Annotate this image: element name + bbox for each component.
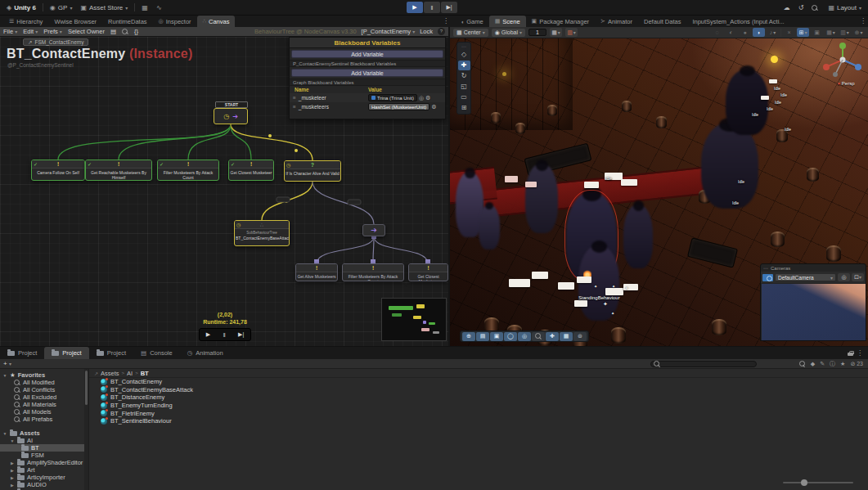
favorite-item[interactable]: All Materials — [0, 401, 84, 408]
tab-game[interactable]: ◖Game — [455, 16, 489, 27]
character-silhouette[interactable] — [525, 164, 558, 233]
effects-toggle-icon[interactable]: × — [783, 28, 795, 37]
variable-value-field[interactable]: Trina (Trina Unit) — [368, 94, 417, 101]
tools-overlay-button[interactable]: ◯ — [504, 332, 517, 341]
favorite-icon[interactable]: ★ — [840, 361, 845, 367]
skybox-toggle-icon[interactable]: ◗ — [753, 28, 765, 37]
tools-overlay-button[interactable]: ⊕ — [462, 332, 475, 341]
grid-overlay-icon[interactable]: ▦▾ — [825, 28, 837, 37]
menu-prefs[interactable]: Prefs ▾ — [43, 28, 62, 35]
asset-store-dropdown[interactable]: ▣ Asset Store ▾ — [79, 4, 129, 11]
crumb-assets[interactable]: Assets — [101, 370, 119, 377]
add-variable-button[interactable]: Add Variable — [291, 50, 443, 58]
camera-expand-button[interactable]: ⊡▾ — [852, 273, 864, 281]
save-icon[interactable]: ▤ — [110, 28, 116, 35]
project-menu-icon[interactable]: ⋮ — [857, 349, 863, 357]
step-button[interactable]: ▶| — [441, 2, 457, 13]
folder-item[interactable]: ▶AUDIO — [0, 481, 84, 488]
gear-icon[interactable]: ⚙ — [425, 95, 430, 101]
tab-console[interactable]: ▤Console — [133, 347, 180, 359]
graph-select-dropdown[interactable]: [P_ContactEnemy ▾ — [362, 28, 416, 35]
node-filter-musketeers-2[interactable]: ! Filter Musketeers By Attack Count — [342, 263, 404, 281]
right-pane-menu-icon[interactable]: ⋮ — [860, 17, 866, 25]
tab-animator[interactable]: ≻Animator — [595, 16, 638, 27]
tab-project-2[interactable]: Project — [44, 347, 88, 359]
asset-item[interactable]: BT_EnemyTurnEnding — [89, 402, 868, 410]
help-icon[interactable]: ? — [438, 28, 445, 35]
favorite-item[interactable]: All Models — [0, 408, 84, 416]
add-variable-button[interactable]: Add Variable — [291, 69, 443, 77]
project-search-input[interactable] — [650, 361, 757, 367]
cameras-overlay-title[interactable]: ⋯ Cameras — [761, 264, 866, 272]
graph-canvas[interactable]: ↗ FSM_ContactEnemy BT_ContactEnemy (Inst… — [0, 37, 448, 346]
camera-select-dropdown[interactable]: DefaultCamera▾ — [775, 273, 836, 281]
create-button[interactable]: + ▾ — [3, 360, 11, 367]
tab-project-3[interactable]: Project — [89, 347, 133, 359]
info-icon[interactable]: ⓘ — [830, 360, 835, 368]
services-button[interactable]: ∿ — [155, 4, 164, 11]
light-gizmo-icon[interactable] — [502, 72, 506, 76]
tab-runtimedatas[interactable]: RuntimeDatas — [102, 16, 153, 27]
tab-inputsystem-actions[interactable]: InputSystem_Actions (Input Acti... — [686, 16, 789, 27]
pause-button[interactable]: ‖ — [424, 2, 440, 13]
node-camera-follow[interactable]: ✓! Camera Follow On Self — [31, 160, 85, 181]
light-gizmo-icon[interactable] — [771, 56, 778, 63]
tab-default-datas[interactable]: Default Datas — [638, 16, 686, 27]
tab-scene[interactable]: ▦Scene — [489, 16, 526, 27]
variable-value-field[interactable]: HashSet (MusketeerUnit) — [368, 103, 430, 110]
folder-ai[interactable]: ▼AI — [0, 437, 84, 444]
unity-menu[interactable]: ◈ Unity 6 — [5, 4, 38, 11]
tools-overlay-button[interactable]: ✚ — [546, 332, 559, 341]
hidden-count-badge[interactable]: ⊘ 23 — [850, 361, 863, 367]
cloud-icon[interactable]: ☁ — [784, 4, 790, 11]
scene-viewport[interactable]: Idle Idle Idle Idle Idle Idle Idle Idle … — [450, 38, 868, 346]
layout-dropdown[interactable]: ▦ Layout ▾ — [826, 4, 863, 11]
character-silhouette[interactable] — [701, 123, 758, 209]
overlay-handle-icon[interactable]: ⋯ — [458, 44, 470, 49]
braces-icon[interactable]: {} — [134, 28, 138, 35]
snap-settings-button[interactable]: ▦▾ — [550, 28, 562, 37]
collapse-icon[interactable]: ↗ — [94, 371, 98, 376]
character-silhouette[interactable] — [623, 205, 653, 268]
asset-item[interactable]: BT_DistanceEnemy — [89, 393, 868, 402]
camera-overlay-icon[interactable]: ▣ — [811, 28, 823, 37]
history-icon[interactable]: ↺ — [798, 4, 804, 11]
folder-fsm[interactable]: FSM — [0, 452, 84, 459]
thumbnail-zoom-slider[interactable] — [783, 479, 853, 486]
asset-item[interactable]: BT_FletriEnemy — [89, 409, 868, 417]
menu-edit[interactable]: Edit ▾ — [23, 28, 38, 35]
favorite-item[interactable]: All Excluded — [0, 393, 84, 401]
tab-animation[interactable]: ◷Animation — [180, 347, 231, 359]
gear-icon[interactable]: ⚙ — [431, 104, 436, 110]
node-condition-alive[interactable]: ◷? If Is Character Alive And Valid — [284, 160, 341, 182]
tab-hierarchy[interactable]: ☰Hierarchy — [3, 16, 48, 27]
variable-row[interactable]: ≡_musketeer Trina (Trina Unit) ◎ ⚙ — [290, 93, 445, 102]
label-filter-icon[interactable]: ✎ — [820, 361, 825, 367]
orientation-gizmo[interactable] — [820, 42, 866, 83]
tab-project-1[interactable]: Project — [0, 347, 44, 359]
tools-overlay-button[interactable] — [532, 332, 545, 341]
pivot-dropdown[interactable]: ▦Center▾ — [453, 29, 488, 37]
node-sequencer[interactable]: ➔ — [362, 224, 385, 236]
node-get-closest-2[interactable]: ! Get Closest Musketeer — [408, 263, 448, 281]
lock-icon[interactable] — [848, 351, 853, 356]
search-by-type-icon[interactable] — [799, 361, 806, 367]
asset-item[interactable]: BT_SentinelBehaviour — [89, 417, 868, 425]
variable-row[interactable]: ≡_musketeers HashSet (MusketeerUnit) ⚙ — [290, 102, 445, 111]
tools-overlay-button[interactable]: ▤ — [476, 332, 489, 341]
search-icon[interactable] — [812, 5, 818, 11]
play-button[interactable]: ▶ — [407, 2, 423, 13]
view-options-icon[interactable]: ▥▾ — [839, 28, 851, 37]
menu-file[interactable]: File ▾ — [3, 28, 17, 35]
folder-bt[interactable]: BT — [0, 444, 84, 452]
lock-toggle[interactable]: Lock — [420, 28, 433, 35]
grid-visibility-button[interactable]: ▥▾ — [565, 28, 578, 37]
target-icon[interactable]: ◎ — [419, 95, 424, 101]
favorite-item[interactable]: All Modified — [0, 379, 84, 386]
view-tool-button[interactable]: ◇ — [458, 50, 470, 60]
asset-item[interactable]: BT_ContactEnemyBaseAttack — [89, 386, 868, 394]
folder-item[interactable]: ▶Art — [0, 466, 84, 474]
graph-play-icon[interactable]: ▶ — [206, 331, 210, 338]
left-pane-menu-icon[interactable]: ⋮ — [443, 17, 449, 25]
shaded-sphere-icon[interactable]: ◐ — [725, 28, 737, 37]
